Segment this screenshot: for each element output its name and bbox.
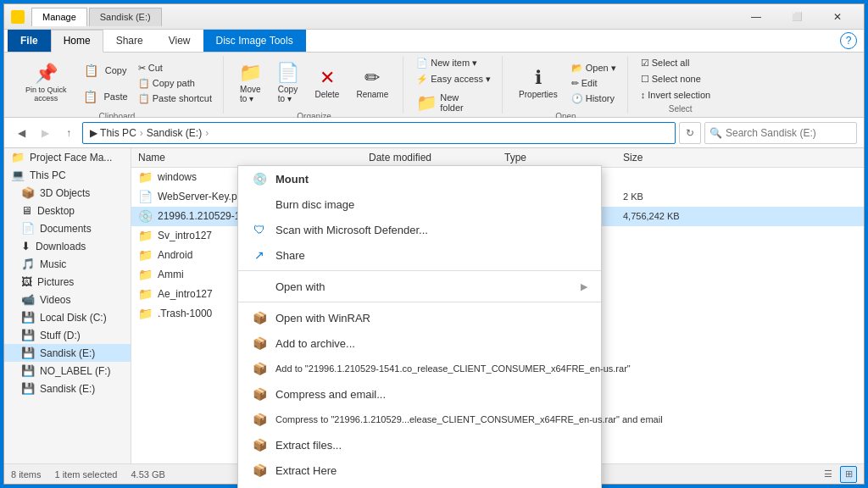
breadcrumb-sandisk[interactable]: Sandisk (E:) [147, 127, 202, 139]
copy-button[interactable]: 📋 Copy [76, 58, 132, 83]
sidebar-item-stuff-d[interactable]: 💾 Stuff (D:) [4, 326, 131, 344]
column-type[interactable]: Type [504, 152, 623, 164]
disk-d-icon: 💾 [21, 329, 35, 341]
column-date[interactable]: Date modified [369, 152, 504, 164]
ctx-extract-files[interactable]: 📦 Extract files... [238, 432, 601, 458]
select-all-button[interactable]: ☑ Select all [637, 56, 694, 70]
up-button[interactable]: ↑ [58, 123, 79, 143]
sidebar-item-sandisk-e[interactable]: 💾 Sandisk (E:) [4, 344, 131, 362]
tab-view[interactable]: View [156, 30, 203, 52]
list-view-button[interactable]: ⊞ [840, 466, 857, 483]
close-button[interactable]: ✕ [818, 4, 857, 30]
disk-f-icon: 💾 [21, 364, 35, 377]
defender-icon: 🛡 [252, 222, 267, 237]
minimize-button[interactable]: — [737, 4, 776, 30]
winrar-extract-here-icon: 📦 [252, 463, 267, 478]
selected-count: 1 item selected [54, 469, 117, 480]
help-button[interactable]: ? [840, 32, 857, 49]
ribbon-group-organize: 📁 Moveto ▾ 📄 Copyto ▾ ✕ Delete ✏ Rename [225, 56, 403, 114]
sidebar-item-this-pc[interactable]: 💻 This PC [4, 166, 131, 184]
properties-button[interactable]: ℹ Properties [511, 56, 565, 110]
new-folder-button[interactable]: 📁 Newfolder [412, 88, 468, 117]
folder-icon: 📁 [11, 151, 25, 164]
documents-icon: 📄 [21, 222, 35, 235]
copy-to-button[interactable]: 📄 Copyto ▾ [270, 56, 306, 110]
ctx-open-winrar[interactable]: 📦 Open with WinRAR [238, 305, 601, 330]
cut-button[interactable]: ✂ Cut [134, 61, 216, 75]
tab-home[interactable]: Home [51, 30, 103, 53]
sidebar-item-local-disk-c[interactable]: 💾 Local Disk (C:) [4, 308, 131, 326]
ctx-open-with[interactable]: Open with ▶ [238, 274, 601, 299]
desktop-icon: 🖥 [21, 204, 32, 217]
ctx-extract-to[interactable]: 📦 Extract to 21996.1.210529-1541.co_rele… [238, 483, 601, 488]
ribbon-tabs: File Home Share View Disc Image Tools ? [4, 30, 864, 53]
address-path[interactable]: ▶ This PC › Sandisk (E:) › [82, 122, 676, 144]
ctx-add-archive[interactable]: 📦 Add to archive... [238, 330, 601, 356]
ribbon-group-new: 📄 New item ▾ ⚡ Easy access ▾ 📁 Newfolder… [405, 56, 503, 114]
select-none-button[interactable]: ☐ Select none [637, 72, 705, 86]
paste-shortcut-button[interactable]: 📋 Paste shortcut [134, 92, 216, 106]
ctx-compress-named-email[interactable]: 📦 Compress to "21996.1.210529...elease_C… [238, 407, 601, 432]
easy-access-button[interactable]: ⚡ Easy access ▾ [412, 72, 495, 86]
window-controls: — ⬜ ✕ [737, 4, 857, 30]
invert-selection-button[interactable]: ↕ Invert selection [637, 88, 715, 102]
ctx-add-named[interactable]: 📦 Add to "21996.1.210529-1541.co_release… [238, 356, 601, 381]
history-button[interactable]: 🕐 History [567, 92, 620, 106]
disk-c-icon: 💾 [21, 311, 35, 324]
refresh-button[interactable]: ↻ [679, 122, 701, 144]
tab-manage[interactable]: Manage [31, 8, 87, 26]
items-count: 8 items [11, 469, 41, 480]
back-button[interactable]: ◀ [11, 123, 31, 143]
ctx-share[interactable]: ↗ Share [238, 242, 601, 268]
rename-button[interactable]: ✏ Rename [348, 56, 396, 110]
folder-icon: 📁 [138, 248, 153, 262]
delete-button[interactable]: ✕ Delete [308, 56, 348, 110]
tab-sandisk[interactable]: Sandisk (E:) [89, 8, 162, 26]
sidebar-item-documents[interactable]: 📄 Documents [4, 219, 131, 237]
ribbon-group-select: ☑ Select all ☐ Select none ↕ Invert sele… [630, 56, 732, 114]
new-item-button[interactable]: 📄 New item ▾ [412, 56, 481, 70]
pin-icon: 📌 [36, 64, 56, 84]
copy-path-button[interactable]: 📋 Copy path [134, 76, 216, 91]
open-button[interactable]: 📂 Open ▾ [567, 61, 620, 75]
column-name[interactable]: Name [131, 152, 369, 164]
sidebar-item-desktop[interactable]: 🖥 Desktop [4, 202, 131, 219]
paste-button[interactable]: 📋 Paste [76, 84, 132, 109]
winrar-icon: 📦 [252, 310, 267, 325]
column-size[interactable]: Size [623, 152, 725, 164]
ctx-extract-here[interactable]: 📦 Extract Here [238, 458, 601, 483]
sidebar-item-downloads[interactable]: ⬇ Downloads [4, 237, 131, 255]
pin-quick-access-button[interactable]: 📌 Pin to Quickaccess [18, 56, 75, 110]
ctx-compress-email[interactable]: 📦 Compress and email... [238, 381, 601, 407]
window-icon [11, 10, 25, 24]
ctx-mount[interactable]: 💿 Mount [238, 166, 601, 191]
ctx-burn[interactable]: Burn disc image [238, 191, 601, 217]
sidebar-item-pictures[interactable]: 🖼 Pictures [4, 273, 131, 291]
ctx-sep-1 [238, 270, 601, 271]
context-menu: 💿 Mount Burn disc image 🛡 Scan with Micr… [237, 165, 602, 488]
maximize-button[interactable]: ⬜ [777, 4, 816, 30]
sidebar-item-3dobjects[interactable]: 📦 3D Objects [4, 184, 131, 202]
tab-disc-image-tools[interactable]: Disc Image Tools [203, 30, 306, 52]
folder-icon: 📁 [138, 268, 153, 281]
new-folder-icon: 📁 [416, 92, 437, 113]
tab-share[interactable]: Share [103, 30, 156, 52]
breadcrumb-this-pc[interactable]: ▶ This PC [90, 127, 136, 139]
sidebar-item-music[interactable]: 🎵 Music [4, 255, 131, 273]
title-bar-left: Manage Sandisk (E:) [11, 8, 164, 26]
edit-button[interactable]: ✏ Edit [567, 76, 620, 91]
move-icon: 📁 [240, 63, 260, 83]
tab-file[interactable]: File [8, 30, 51, 52]
sidebar-item-nolabel-f[interactable]: 💾 NO_LABEL (F:) [4, 362, 131, 380]
forward-button[interactable]: ▶ [35, 123, 55, 143]
folder-icon: 📁 [138, 307, 153, 320]
ctx-scan-defender[interactable]: 🛡 Scan with Microsoft Defender... [238, 217, 601, 242]
sidebar-item-videos[interactable]: 📹 Videos [4, 291, 131, 308]
sidebar-item-project[interactable]: 📁 Project Face Ma... [4, 148, 131, 166]
sidebar-item-sandisk-e2[interactable]: 💾 Sandisk (E:) [4, 380, 131, 397]
search-input[interactable] [704, 122, 857, 144]
move-to-button[interactable]: 📁 Moveto ▾ [232, 56, 268, 110]
winrar-add-icon: 📦 [252, 336, 267, 351]
folder-icon: 📁 [138, 287, 153, 301]
details-view-button[interactable]: ☰ [820, 466, 837, 483]
